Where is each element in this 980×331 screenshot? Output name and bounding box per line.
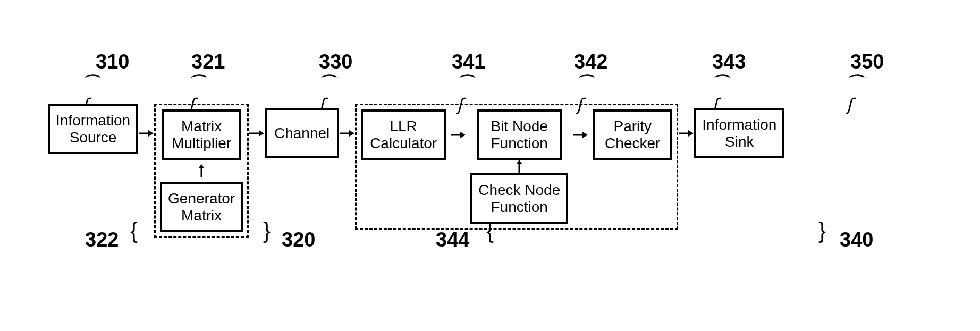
svg-marker-7	[349, 130, 354, 137]
gen-matrix-line2: Matrix	[168, 207, 235, 224]
arrow-up-icon	[196, 164, 207, 177]
llr-line1: LLR	[369, 118, 438, 135]
matrix-mult-line1: Matrix	[170, 118, 233, 135]
info-sink-line2: Sink	[702, 133, 776, 150]
parity-line1: Parity	[601, 118, 664, 135]
bit-node-line2: Function	[485, 135, 554, 152]
arrow-icon	[572, 109, 588, 160]
svg-marker-3	[198, 164, 205, 168]
check-node-line1: Check Node	[478, 182, 560, 199]
ref-341: 341	[452, 50, 485, 73]
info-source-line1: Information	[56, 112, 130, 129]
block-channel: Channel	[265, 108, 339, 158]
gen-matrix-line1: Generator	[168, 190, 235, 207]
arrow-icon	[678, 108, 694, 158]
svg-marker-5	[259, 130, 264, 137]
block-parity-checker: Parity Checker	[593, 109, 672, 160]
ref-342: 342	[574, 50, 607, 73]
block-generator-matrix: Generator Matrix	[160, 182, 243, 232]
matrix-mult-line2: Multiplier	[170, 135, 233, 152]
arrow-up-icon	[514, 160, 525, 173]
block-llr-calculator: LLR Calculator	[361, 109, 446, 160]
group-encoder: Matrix Multiplier Generator Matrix	[154, 104, 249, 238]
diagram-container: Information Source Matrix Multiplier Gen…	[48, 104, 784, 238]
ref-310: 310	[96, 50, 129, 73]
bit-check-column: Bit Node Function Check Node Function	[470, 109, 568, 224]
svg-marker-9	[460, 132, 466, 138]
block-info-sink: Information Sink	[694, 108, 784, 158]
block-info-source: Information Source	[48, 104, 138, 154]
svg-marker-11	[516, 160, 522, 164]
ref-350: 350	[850, 50, 884, 73]
ref-343: 343	[712, 50, 746, 73]
arrow-icon	[450, 109, 466, 160]
ref-340: 340	[840, 228, 873, 251]
block-matrix-multiplier: Matrix Multiplier	[162, 109, 241, 160]
ref-330: 330	[319, 50, 352, 73]
ref-321: 321	[191, 50, 225, 73]
llr-line2: Calculator	[369, 135, 438, 152]
group-decoder: LLR Calculator Bit Node Function Check N…	[355, 104, 678, 230]
svg-marker-13	[582, 132, 588, 138]
arrow-icon	[339, 108, 355, 158]
parity-line2: Checker	[601, 135, 664, 152]
info-sink-line1: Information	[702, 116, 776, 133]
arrow-icon	[249, 108, 265, 158]
svg-marker-15	[688, 130, 694, 137]
arrow-icon	[138, 108, 154, 158]
svg-marker-1	[148, 130, 154, 137]
bit-node-line1: Bit Node	[485, 118, 554, 135]
channel-line1: Channel	[273, 125, 331, 142]
block-bit-node: Bit Node Function	[477, 109, 562, 160]
check-node-line2: Function	[478, 199, 560, 216]
info-source-line2: Source	[56, 129, 130, 146]
block-check-node: Check Node Function	[470, 173, 568, 224]
